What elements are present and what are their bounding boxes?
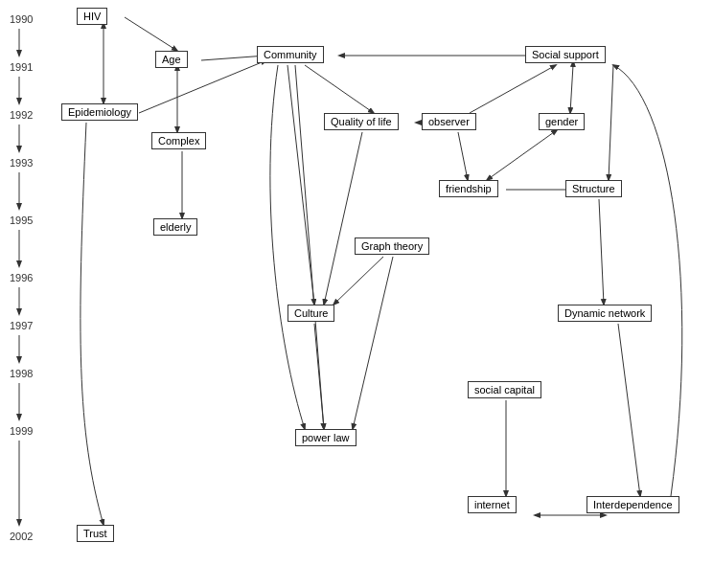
- node-trust: Trust: [77, 525, 114, 542]
- node-social-support: Social support: [525, 46, 606, 63]
- svg-line-30: [599, 199, 604, 305]
- year-1990: 1990: [10, 13, 33, 25]
- node-culture: Culture: [288, 305, 334, 322]
- node-social-capital: social capital: [468, 381, 541, 398]
- node-elderly: elderly: [153, 218, 197, 236]
- node-gender: gender: [539, 113, 585, 130]
- node-complex: Complex: [151, 132, 206, 149]
- node-friendship: friendship: [439, 180, 498, 197]
- year-1992: 1992: [10, 109, 33, 121]
- svg-line-21: [458, 132, 468, 180]
- node-observer: observer: [422, 113, 476, 130]
- node-age: Age: [155, 51, 188, 68]
- node-structure: Structure: [565, 180, 622, 197]
- svg-line-23: [334, 257, 383, 305]
- year-1998: 1998: [10, 368, 33, 379]
- node-hiv: HIV: [77, 8, 107, 25]
- node-interdependence: Interdependence: [586, 496, 679, 513]
- year-1999: 1999: [10, 425, 33, 437]
- svg-line-20: [470, 65, 556, 113]
- svg-line-31: [618, 324, 640, 496]
- node-community: Community: [257, 46, 324, 63]
- svg-line-22: [324, 132, 362, 305]
- svg-line-28: [487, 132, 554, 180]
- svg-line-24: [353, 257, 393, 429]
- node-dynamic-network: Dynamic network: [558, 305, 652, 322]
- svg-line-11: [139, 60, 266, 113]
- node-epidemiology: Epidemiology: [61, 103, 138, 121]
- node-quality-of-life: Quality of life: [324, 113, 399, 130]
- year-1993: 1993: [10, 157, 33, 169]
- svg-line-26: [570, 65, 573, 113]
- svg-line-10: [125, 17, 177, 51]
- graph-container: 1990 1991 1992 1993 1995 1996 1997 1998 …: [0, 0, 713, 588]
- svg-line-25: [314, 324, 324, 429]
- svg-line-16: [288, 65, 314, 305]
- year-1995: 1995: [10, 215, 33, 226]
- svg-line-15: [305, 65, 374, 113]
- svg-line-27: [609, 65, 613, 180]
- node-internet: internet: [468, 496, 517, 513]
- year-2002: 2002: [10, 531, 33, 542]
- svg-line-17: [295, 65, 324, 429]
- year-1997: 1997: [10, 320, 33, 331]
- node-power-law: power law: [295, 429, 356, 446]
- node-graph-theory: Graph theory: [355, 237, 429, 255]
- year-1991: 1991: [10, 61, 33, 73]
- year-1996: 1996: [10, 272, 33, 283]
